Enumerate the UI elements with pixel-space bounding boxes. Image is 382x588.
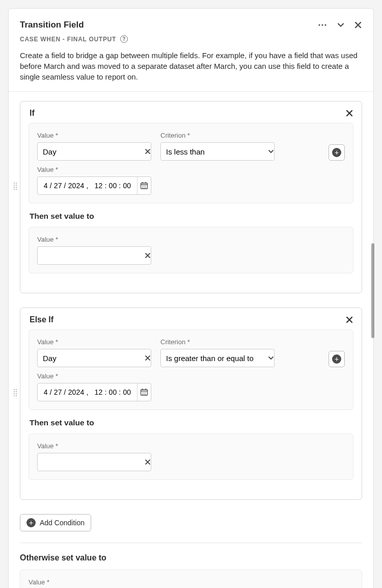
panel-header: Transition Field Case When - Final Outpu… — [9, 9, 373, 91]
value-label: Value — [37, 338, 151, 346]
svg-point-21 — [16, 389, 17, 390]
svg-point-34 — [142, 394, 143, 395]
condition-card-elseif: Else If Value — [20, 308, 362, 500]
svg-rect-30 — [145, 389, 146, 390]
clear-icon[interactable] — [145, 247, 151, 264]
condition-title-if: If — [30, 109, 35, 118]
svg-point-17 — [142, 187, 143, 188]
scrollbar-thumb[interactable] — [371, 243, 374, 338]
svg-point-10 — [16, 189, 17, 190]
date-value-input[interactable] — [37, 383, 151, 401]
svg-point-16 — [145, 186, 146, 187]
value-label: Value — [37, 166, 345, 173]
svg-point-6 — [16, 185, 17, 186]
header-actions — [317, 20, 362, 30]
transition-field-panel: Transition Field Case When - Final Outpu… — [8, 8, 374, 588]
svg-rect-29 — [142, 389, 143, 390]
svg-point-19 — [145, 187, 146, 188]
svg-point-9 — [14, 189, 15, 190]
then-value-select[interactable] — [37, 453, 151, 471]
condition-card-if: If Value — [20, 101, 362, 293]
divider — [20, 543, 362, 543]
svg-point-1 — [321, 24, 323, 25]
add-criterion-button[interactable]: + — [329, 144, 345, 161]
add-condition-button[interactable]: + Add Condition — [20, 514, 91, 531]
criterion-input[interactable] — [161, 143, 268, 160]
help-icon[interactable]: ? — [120, 35, 128, 43]
value-field-input[interactable] — [38, 349, 145, 367]
svg-point-20 — [14, 389, 15, 390]
close-icon[interactable] — [354, 21, 362, 29]
chevron-down-icon[interactable] — [268, 349, 274, 367]
svg-point-36 — [145, 394, 146, 395]
criterion-label: Criterion — [160, 132, 275, 139]
svg-point-7 — [14, 187, 15, 188]
value-field-select[interactable] — [37, 349, 151, 367]
otherwise-title: Otherwise set value to — [20, 553, 362, 563]
value-label: Value — [37, 132, 151, 139]
calendar-icon[interactable] — [138, 384, 151, 401]
svg-point-2 — [324, 24, 326, 25]
svg-point-32 — [144, 392, 145, 393]
value-label: Value — [37, 372, 345, 380]
add-criterion-button[interactable]: + — [329, 351, 345, 367]
condition-title-elseif: Else If — [30, 315, 53, 324]
clear-icon[interactable] — [145, 143, 151, 160]
then-value-input[interactable] — [38, 453, 145, 471]
page-title: Transition Field — [20, 20, 84, 30]
chevron-down-icon[interactable] — [151, 247, 151, 264]
svg-point-31 — [142, 392, 143, 393]
then-value-select[interactable] — [37, 246, 151, 265]
chevron-down-icon[interactable] — [151, 453, 151, 471]
criterion-select[interactable] — [160, 142, 275, 161]
svg-point-24 — [14, 393, 15, 394]
remove-condition-icon[interactable] — [345, 316, 353, 324]
svg-point-35 — [144, 394, 145, 395]
chevron-down-icon[interactable] — [151, 349, 151, 367]
svg-point-8 — [16, 187, 17, 188]
clear-icon[interactable] — [145, 349, 151, 367]
date-input[interactable] — [38, 177, 137, 194]
panel-subtitle: Case When - Final Output — [20, 36, 116, 43]
svg-point-14 — [142, 186, 143, 187]
date-value-input[interactable] — [37, 176, 151, 195]
clear-icon[interactable] — [145, 453, 151, 471]
svg-point-4 — [16, 183, 17, 184]
then-title: Then set value to — [30, 418, 353, 427]
remove-condition-icon[interactable] — [345, 109, 353, 117]
criterion-input[interactable] — [161, 349, 268, 367]
drag-handle-icon[interactable] — [13, 389, 17, 397]
svg-point-23 — [16, 391, 17, 392]
value-label: Value — [29, 578, 141, 586]
svg-point-18 — [144, 187, 145, 188]
value-label: Value — [37, 236, 151, 243]
panel-description: Create a field to bridge a gap between m… — [20, 50, 362, 82]
then-value-input[interactable] — [38, 247, 145, 264]
drag-handle-icon[interactable] — [13, 182, 17, 190]
chevron-down-icon[interactable] — [337, 21, 345, 29]
svg-point-25 — [16, 393, 17, 394]
svg-point-5 — [14, 185, 15, 186]
criterion-label: Criterion — [160, 338, 275, 346]
svg-point-22 — [14, 391, 15, 392]
svg-point-26 — [14, 395, 15, 396]
chevron-down-icon[interactable] — [268, 143, 274, 160]
value-label: Value — [37, 442, 151, 450]
then-title: Then set value to — [30, 212, 353, 221]
chevron-down-icon[interactable] — [151, 143, 151, 160]
plus-icon: + — [332, 148, 341, 157]
svg-point-3 — [14, 183, 15, 184]
value-field-select[interactable] — [37, 142, 151, 161]
svg-point-33 — [145, 392, 146, 393]
criterion-select[interactable] — [160, 349, 275, 367]
svg-point-27 — [16, 395, 17, 396]
plus-icon: + — [332, 354, 341, 364]
add-condition-label: Add Condition — [40, 519, 85, 527]
svg-rect-12 — [142, 182, 143, 184]
date-input[interactable] — [38, 384, 137, 401]
calendar-icon[interactable] — [138, 177, 151, 194]
plus-icon: + — [26, 518, 36, 527]
svg-point-15 — [144, 186, 145, 187]
value-field-input[interactable] — [38, 143, 145, 160]
more-options-icon[interactable] — [317, 20, 328, 30]
